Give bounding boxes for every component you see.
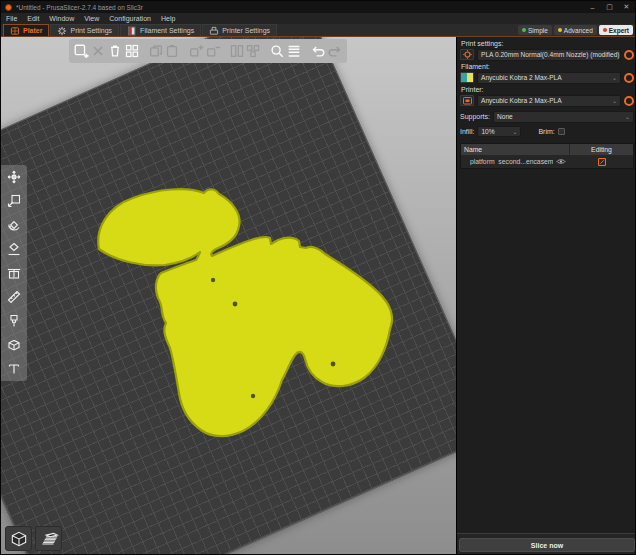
- filament-color-swatch: [460, 72, 474, 83]
- chevron-down-icon: ⌄: [510, 129, 517, 135]
- chevron-down-icon: ⌄: [623, 114, 630, 120]
- add-object-icon[interactable]: [73, 42, 90, 61]
- editor-3d-view-thumbnail[interactable]: [5, 526, 32, 551]
- chevron-down-icon: ⌄: [610, 98, 617, 104]
- printer-icon: [209, 26, 219, 36]
- text-embossing-icon[interactable]: [5, 360, 23, 378]
- 3d-viewport[interactable]: [1, 37, 456, 555]
- object-name: platform_second...encasement.stl: [461, 158, 553, 165]
- mode-switcher: Simple Advanced Expert: [518, 25, 633, 35]
- menu-bar: File Edit Window View Configuration Help: [1, 13, 635, 24]
- split-to-objects-icon[interactable]: [228, 42, 245, 61]
- slice-now-button[interactable]: Slice now: [459, 538, 635, 552]
- arrange-icon[interactable]: [123, 42, 140, 61]
- redo-icon[interactable]: [326, 42, 343, 61]
- edit-printer-button[interactable]: [624, 96, 634, 106]
- model-hole-dot: [211, 278, 215, 282]
- slice-action-area: Slice now: [457, 533, 636, 555]
- printer-combo-icon: [460, 95, 474, 106]
- minimize-icon[interactable]: –: [584, 1, 601, 13]
- delete-all-icon[interactable]: [107, 42, 124, 61]
- title-bar: *Untitled - PrusaSlicer-2.7.4 based on S…: [1, 1, 635, 13]
- scale-icon[interactable]: [5, 192, 23, 210]
- paint-supports-icon[interactable]: [5, 312, 23, 330]
- filament-label: Filament:: [461, 63, 634, 70]
- supports-select[interactable]: None⌄: [493, 111, 634, 123]
- right-sidebar: Print settings: PLA 0.20mm Normal(0.4mm …: [456, 37, 636, 555]
- chevron-down-icon: ⌄: [620, 52, 621, 58]
- brim-label: Brim:: [538, 128, 554, 135]
- menu-file[interactable]: File: [6, 15, 17, 22]
- copy-icon[interactable]: [147, 42, 164, 61]
- object-row[interactable]: platform_second...encasement.stl: [461, 155, 633, 168]
- menu-view[interactable]: View: [84, 15, 99, 22]
- add-instance-icon[interactable]: [188, 42, 205, 61]
- maximize-icon[interactable]: ▢: [601, 1, 618, 13]
- close-icon[interactable]: ✕: [618, 1, 635, 13]
- settings-tab-bar: Plater Print Settings Filament Settings …: [1, 24, 635, 37]
- rotate-icon[interactable]: [5, 216, 23, 234]
- gizmo-toolbar: [1, 165, 27, 381]
- plater-icon: [10, 26, 20, 36]
- mode-simple[interactable]: Simple: [518, 25, 552, 35]
- printer-label: Printer:: [461, 86, 634, 93]
- seam-painting-icon[interactable]: [5, 336, 23, 354]
- print-settings-select[interactable]: PLA 0.20mm Normal(0.4mm Nozzle) (modifie…: [477, 49, 621, 61]
- printer-select[interactable]: Anycubic Kobra 2 Max-PLA⌄: [477, 95, 621, 107]
- view-switcher: [5, 526, 62, 551]
- infill-select[interactable]: 10%⌄: [477, 126, 521, 137]
- tab-plater[interactable]: Plater: [3, 24, 49, 36]
- supports-label: Supports:: [460, 113, 490, 120]
- model-platform-encasement[interactable]: [91, 181, 411, 441]
- search-icon[interactable]: [269, 42, 286, 61]
- move-icon[interactable]: [5, 168, 23, 186]
- tab-filament-settings[interactable]: Filament Settings: [120, 24, 201, 36]
- model-hole-dot: [233, 302, 238, 307]
- gear-icon: [57, 26, 67, 36]
- menu-help[interactable]: Help: [161, 15, 175, 22]
- mode-expert[interactable]: Expert: [599, 25, 633, 35]
- chevron-down-icon: ⌄: [610, 75, 617, 81]
- preview-sliced-view-thumbnail[interactable]: [35, 526, 62, 551]
- simple-dot-icon: [522, 28, 526, 32]
- plater-toolbar: [69, 39, 347, 63]
- edit-print-settings-button[interactable]: [624, 50, 634, 60]
- variable-layer-height-icon[interactable]: [286, 42, 303, 61]
- mode-advanced[interactable]: Advanced: [554, 25, 597, 35]
- tab-print-settings[interactable]: Print Settings: [50, 24, 119, 36]
- window-title: *Untitled - PrusaSlicer-2.7.4 based on S…: [16, 4, 584, 11]
- advanced-dot-icon: [558, 28, 562, 32]
- print-settings-gear-icon: [460, 49, 474, 60]
- print-settings-label: Print settings:: [461, 40, 634, 47]
- expert-dot-icon: [603, 28, 607, 32]
- measure-icon[interactable]: [5, 288, 23, 306]
- filament-spool-icon: [127, 26, 137, 36]
- brim-checkbox[interactable]: [558, 128, 565, 135]
- undo-icon[interactable]: [309, 42, 326, 61]
- model-hole-dot: [331, 362, 336, 367]
- place-on-face-icon[interactable]: [5, 240, 23, 258]
- eye-visibility-icon[interactable]: [556, 158, 566, 165]
- paste-icon[interactable]: [164, 42, 181, 61]
- split-to-parts-icon[interactable]: [245, 42, 262, 61]
- name-column-header: Name: [461, 146, 553, 153]
- editing-column-header: Editing: [569, 144, 633, 155]
- tab-printer-settings[interactable]: Printer Settings: [202, 24, 277, 36]
- menu-window[interactable]: Window: [49, 15, 74, 22]
- remove-instance-icon[interactable]: [204, 42, 221, 61]
- menu-configuration[interactable]: Configuration: [109, 15, 151, 22]
- delete-icon[interactable]: [90, 42, 107, 61]
- object-list: Name Editing platform_second...encasemen…: [460, 143, 634, 169]
- cut-icon[interactable]: [5, 264, 23, 282]
- filament-select[interactable]: Anycubic Kobra 2 Max-PLA⌄: [477, 72, 621, 84]
- editing-gizmo-icon[interactable]: [598, 158, 606, 166]
- edit-filament-button[interactable]: [624, 73, 634, 83]
- menu-edit[interactable]: Edit: [27, 15, 39, 22]
- infill-label: Infill:: [460, 128, 474, 135]
- object-list-header: Name Editing: [461, 144, 633, 155]
- prusaslicer-logo-icon: [5, 4, 12, 11]
- model-hole-dot: [251, 394, 255, 398]
- prusaslicer-window: *Untitled - PrusaSlicer-2.7.4 based on S…: [0, 0, 636, 555]
